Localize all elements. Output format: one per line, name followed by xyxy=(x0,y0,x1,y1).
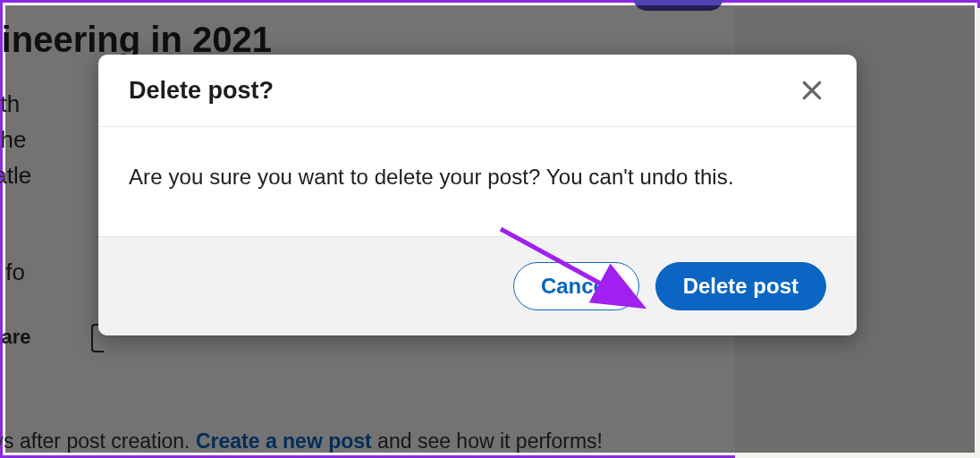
modal-body: Are you sure you want to delete your pos… xyxy=(98,127,857,236)
page-frame: al engineering in 2021 ion for th me of … xyxy=(0,0,980,458)
close-icon xyxy=(800,79,824,102)
modal-close-button[interactable] xyxy=(794,72,830,108)
modal-title: Delete post? xyxy=(129,77,274,105)
delete-post-modal: Delete post? Are you sure you want to de… xyxy=(98,55,857,335)
cancel-button[interactable]: Cancel xyxy=(513,262,639,310)
delete-post-button[interactable]: Delete post xyxy=(655,262,826,310)
modal-header: Delete post? xyxy=(98,55,857,127)
modal-footer: Cancel Delete post xyxy=(98,236,857,335)
modal-message: Are you sure you want to delete your pos… xyxy=(129,165,826,190)
